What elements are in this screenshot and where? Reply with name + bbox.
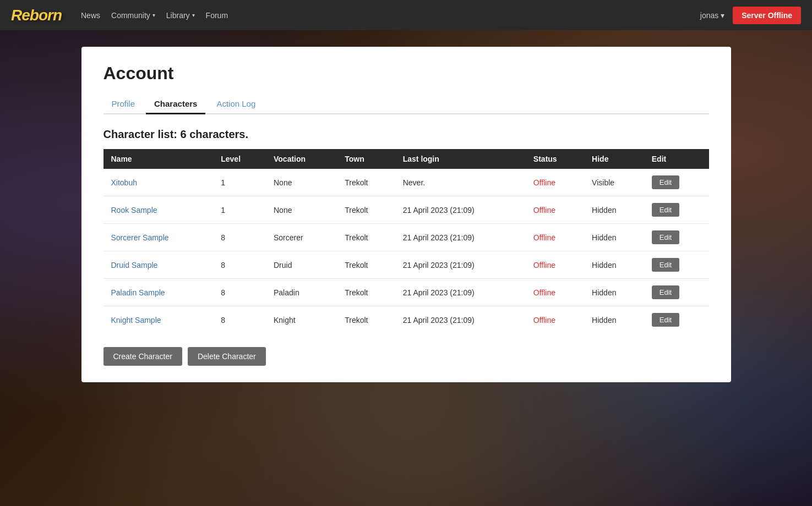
character-level-5: 8 bbox=[213, 306, 266, 334]
character-level-3: 8 bbox=[213, 251, 266, 279]
table-row: Xitobuh 1 None Trekolt Never. Offline Vi… bbox=[103, 169, 709, 196]
nav-forum[interactable]: Forum bbox=[206, 11, 228, 20]
community-dropdown-arrow: ▾ bbox=[152, 12, 155, 18]
content-card: Account Profile Characters Action Log Ch… bbox=[81, 47, 731, 382]
library-dropdown-arrow: ▾ bbox=[192, 12, 195, 18]
edit-button-1[interactable]: Edit bbox=[652, 203, 679, 217]
nav-news[interactable]: News bbox=[81, 11, 100, 20]
col-hide: Hide bbox=[584, 149, 644, 169]
character-table: Name Level Vocation Town Last login Stat… bbox=[103, 149, 709, 333]
table-row: Sorcerer Sample 8 Sorcerer Trekolt 21 Ap… bbox=[103, 224, 709, 251]
edit-button-2[interactable]: Edit bbox=[652, 230, 679, 244]
character-hide-0: Visible bbox=[584, 169, 644, 196]
col-level: Level bbox=[213, 149, 266, 169]
character-name-link-3[interactable]: Druid Sample bbox=[111, 261, 158, 270]
nav-community[interactable]: Community ▾ bbox=[111, 11, 155, 20]
page-title: Account bbox=[103, 63, 709, 84]
character-vocation-0: None bbox=[266, 169, 337, 196]
navbar-right: jonas ▾ Server Offline bbox=[700, 7, 801, 24]
character-vocation-5: Knight bbox=[266, 306, 337, 334]
character-last-login-5: 21 April 2023 (21:09) bbox=[395, 306, 526, 334]
character-hide-3: Hidden bbox=[584, 251, 644, 279]
col-status: Status bbox=[526, 149, 584, 169]
col-edit: Edit bbox=[644, 149, 709, 169]
navbar: Reborn News Community ▾ Library ▾ Forum … bbox=[0, 0, 812, 30]
table-row: Paladin Sample 8 Paladin Trekolt 21 Apri… bbox=[103, 279, 709, 306]
tab-action-log[interactable]: Action Log bbox=[208, 95, 264, 114]
col-name: Name bbox=[103, 149, 214, 169]
character-level-4: 8 bbox=[213, 279, 266, 306]
edit-button-5[interactable]: Edit bbox=[652, 313, 679, 327]
action-buttons: Create Character Delete Character bbox=[103, 347, 709, 366]
character-list-header: Character list: 6 characters. bbox=[103, 128, 709, 141]
col-vocation: Vocation bbox=[266, 149, 337, 169]
character-name-link-4[interactable]: Paladin Sample bbox=[111, 288, 165, 297]
table-row: Knight Sample 8 Knight Trekolt 21 April … bbox=[103, 306, 709, 334]
character-hide-4: Hidden bbox=[584, 279, 644, 306]
character-vocation-4: Paladin bbox=[266, 279, 337, 306]
tab-characters[interactable]: Characters bbox=[146, 95, 205, 114]
character-vocation-1: None bbox=[266, 196, 337, 224]
edit-button-3[interactable]: Edit bbox=[652, 258, 679, 272]
character-status-5: Offline bbox=[526, 306, 584, 334]
character-town-2: Trekolt bbox=[337, 224, 395, 251]
character-vocation-3: Druid bbox=[266, 251, 337, 279]
tab-profile[interactable]: Profile bbox=[103, 95, 144, 114]
character-town-4: Trekolt bbox=[337, 279, 395, 306]
character-status-4: Offline bbox=[526, 279, 584, 306]
character-last-login-0: Never. bbox=[395, 169, 526, 196]
character-status-2: Offline bbox=[526, 224, 584, 251]
character-last-login-4: 21 April 2023 (21:09) bbox=[395, 279, 526, 306]
character-town-0: Trekolt bbox=[337, 169, 395, 196]
edit-button-0[interactable]: Edit bbox=[652, 175, 679, 189]
character-status-3: Offline bbox=[526, 251, 584, 279]
character-town-1: Trekolt bbox=[337, 196, 395, 224]
character-hide-1: Hidden bbox=[584, 196, 644, 224]
character-hide-5: Hidden bbox=[584, 306, 644, 334]
user-dropdown-arrow: ▾ bbox=[721, 11, 724, 20]
character-last-login-1: 21 April 2023 (21:09) bbox=[395, 196, 526, 224]
character-town-3: Trekolt bbox=[337, 251, 395, 279]
create-character-button[interactable]: Create Character bbox=[103, 347, 182, 366]
edit-button-4[interactable]: Edit bbox=[652, 285, 679, 299]
table-row: Druid Sample 8 Druid Trekolt 21 April 20… bbox=[103, 251, 709, 279]
character-town-5: Trekolt bbox=[337, 306, 395, 334]
user-menu[interactable]: jonas ▾ bbox=[700, 11, 724, 20]
character-name-link-0[interactable]: Xitobuh bbox=[111, 178, 137, 187]
character-level-1: 1 bbox=[213, 196, 266, 224]
character-level-2: 8 bbox=[213, 224, 266, 251]
nav-links: News Community ▾ Library ▾ Forum bbox=[81, 11, 689, 20]
site-logo[interactable]: Reborn bbox=[11, 7, 62, 24]
col-town: Town bbox=[337, 149, 395, 169]
character-name-link-2[interactable]: Sorcerer Sample bbox=[111, 233, 169, 242]
server-status-button[interactable]: Server Offline bbox=[733, 7, 801, 24]
character-vocation-2: Sorcerer bbox=[266, 224, 337, 251]
table-header-row: Name Level Vocation Town Last login Stat… bbox=[103, 149, 709, 169]
character-last-login-2: 21 April 2023 (21:09) bbox=[395, 224, 526, 251]
table-row: Rook Sample 1 None Trekolt 21 April 2023… bbox=[103, 196, 709, 224]
character-name-link-1[interactable]: Rook Sample bbox=[111, 206, 157, 215]
character-name-link-5[interactable]: Knight Sample bbox=[111, 316, 161, 324]
character-level-0: 1 bbox=[213, 169, 266, 196]
character-hide-2: Hidden bbox=[584, 224, 644, 251]
main-wrapper: Account Profile Characters Action Log Ch… bbox=[0, 30, 812, 506]
character-status-0: Offline bbox=[526, 169, 584, 196]
character-status-1: Offline bbox=[526, 196, 584, 224]
col-last-login: Last login bbox=[395, 149, 526, 169]
character-last-login-3: 21 April 2023 (21:09) bbox=[395, 251, 526, 279]
account-tabs: Profile Characters Action Log bbox=[103, 95, 709, 114]
nav-library[interactable]: Library ▾ bbox=[166, 11, 195, 20]
delete-character-button[interactable]: Delete Character bbox=[188, 347, 266, 366]
